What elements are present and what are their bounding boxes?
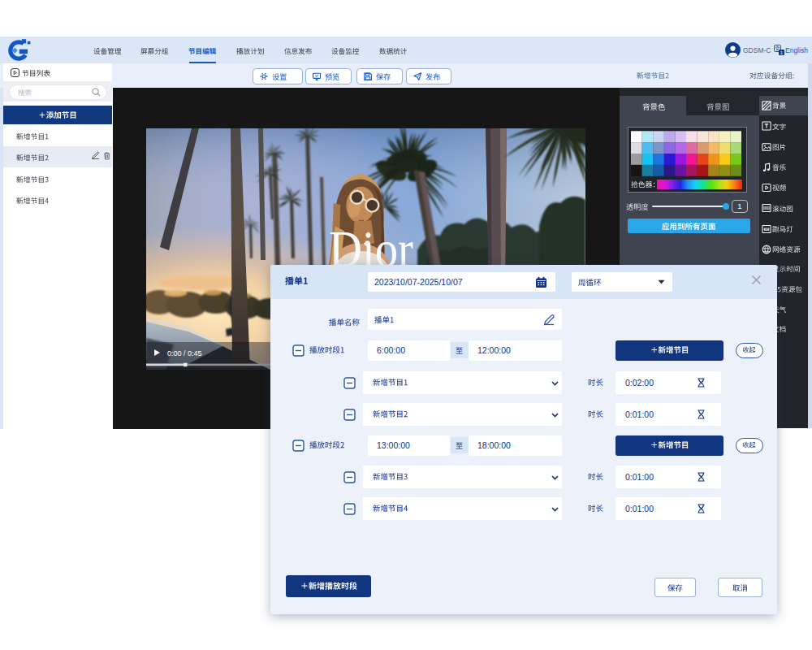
svg-text:0:00 / 0:45: 0:00 / 0:45 bbox=[167, 349, 202, 358]
